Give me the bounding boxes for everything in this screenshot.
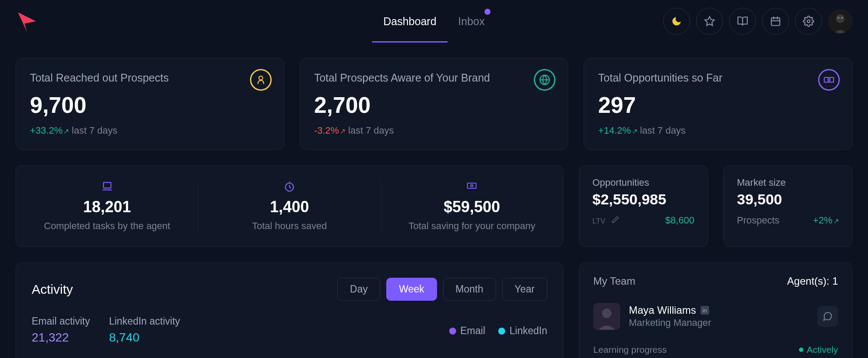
email-activity-col: Email activity 21,322 [32,315,90,345]
status-label: Actively [799,345,838,355]
activity-card: Activity Day Week Month Year Email activ… [16,263,563,358]
stat-hours: 1,400 Total hours saved [198,181,381,232]
card-trend: +33.2%↗ last 7 days [30,125,270,136]
ltv-value: $8,600 [665,215,694,226]
stat-value: 18,201 [16,198,198,216]
activity-header: Activity Day Week Month Year [32,278,547,301]
stat-tasks: 18,201 Completed tasks by the agent [16,181,198,232]
docs-button[interactable] [729,8,756,35]
member-role: Marketing Manager [629,317,809,328]
legend-email: Email [449,325,486,337]
card-trend: +14.2%↗ last 7 days [598,125,838,136]
team-header: My Team Agent(s): 1 [593,275,838,287]
stat-label: Total hours saved [198,220,380,232]
card-value: 9,700 [30,92,270,118]
svg-point-8 [838,17,839,19]
settings-button[interactable] [795,8,822,35]
opportunities-value-card: Opportunities $2,550,985 LTV $8,600 [579,165,708,247]
member-avatar [593,303,620,330]
card-title: Market size [737,177,839,188]
col-value: 21,322 [32,331,90,345]
card-title: Opportunities [592,177,694,188]
team-card: My Team Agent(s): 1 Maya Williams in Mar… [579,263,852,358]
chart-legend: Email LinkedIn [449,325,547,337]
card-value: 39,500 [737,191,839,208]
svg-point-7 [836,14,845,23]
legend-linkedin: LinkedIn [498,325,547,337]
svg-rect-20 [467,183,476,188]
member-info: Maya Williams in Marketing Manager [629,304,809,328]
card-title: Total Reached out Prospects [30,72,270,84]
svg-rect-1 [771,18,780,25]
svg-point-9 [841,17,843,19]
calendar-button[interactable] [762,8,789,35]
trend-up-icon: ↗ [63,128,69,135]
range-year[interactable]: Year [502,278,547,301]
user-circle-icon [250,69,272,91]
stat-savings: $59,500 Total saving for your company [381,181,563,232]
header-actions [663,8,852,35]
tab-dashboard[interactable]: Dashboard [383,0,436,43]
linkedin-activity-col: LinkedIn activity 8,740 [109,315,180,345]
svg-point-13 [828,79,830,81]
linkedin-icon: in [700,306,709,315]
trend-up-icon: ↗ [833,217,839,225]
col-value: 8,740 [109,331,180,345]
header: Dashboard Inbox [0,0,868,43]
col-label: Email activity [32,315,90,327]
chat-button[interactable] [817,306,838,327]
mid-row: 18,201 Completed tasks by the agent 1,40… [16,165,852,247]
svg-point-21 [471,185,473,187]
content: Total Reached out Prospects 9,700 +33.2%… [0,43,868,358]
prospects-label: Prospects [737,215,779,226]
cash-icon [381,181,563,194]
card-footer: LTV $8,600 [592,215,694,226]
stats-card: 18,201 Completed tasks by the agent 1,40… [16,165,563,247]
tab-inbox[interactable]: Inbox [458,0,485,43]
stat-value: 1,400 [198,198,380,216]
card-footer: Prospects +2%↗ [737,215,839,226]
range-day[interactable]: Day [337,278,380,301]
card-value: 2,700 [314,92,554,118]
svg-marker-0 [705,16,714,26]
theme-toggle[interactable] [663,8,690,35]
trend-up-icon: ↗ [632,128,638,135]
prospects-trend: +2%↗ [813,215,839,226]
col-label: LinkedIn activity [109,315,180,327]
activity-columns: Email activity 21,322 LinkedIn activity … [32,315,180,345]
main-tabs: Dashboard Inbox [383,0,484,43]
app-logo [16,10,38,33]
team-member: Maya Williams in Marketing Manager [593,298,838,335]
user-avatar[interactable] [828,9,852,33]
tab-inbox-label: Inbox [458,15,485,28]
card-title: Total Prospects Aware of Your Brand [314,72,554,84]
team-title: My Team [593,275,635,287]
card-title: Total Opportunities so Far [598,72,838,84]
globe-icon [534,69,556,91]
edit-icon[interactable] [612,215,619,226]
top-cards-row: Total Reached out Prospects 9,700 +33.2%… [16,58,852,150]
stat-value: $59,500 [381,198,563,216]
favorites-button[interactable] [696,8,723,35]
clock-icon [198,181,380,194]
card-trend: -3.2%↗ last 7 days [314,125,554,136]
legend-dot-icon [498,328,505,335]
card-aware-prospects: Total Prospects Aware of Your Brand 2,70… [300,58,569,150]
range-week[interactable]: Week [386,278,437,301]
range-tabs: Day Week Month Year [337,278,547,301]
bottom-row: Activity Day Week Month Year Email activ… [16,263,852,358]
card-reached-prospects: Total Reached out Prospects 9,700 +33.2%… [16,58,284,150]
market-size-card: Market size 39,500 Prospects +2%↗ [723,165,852,247]
activity-title: Activity [32,282,73,297]
card-opportunities: Total Opportunities so Far 297 +14.2%↗ l… [584,58,852,150]
stat-label: Total saving for your company [381,220,563,232]
card-value: $2,550,985 [592,191,694,208]
ltv-label: LTV [592,217,605,225]
card-value: 297 [598,92,838,118]
activity-stats: Email activity 21,322 LinkedIn activity … [32,315,547,345]
range-month[interactable]: Month [443,278,496,301]
team-footer: Learning progress Actively [593,345,838,355]
trend-down-icon: ↗ [340,128,345,135]
inbox-badge [485,9,491,15]
member-name: Maya Williams in [629,304,809,316]
